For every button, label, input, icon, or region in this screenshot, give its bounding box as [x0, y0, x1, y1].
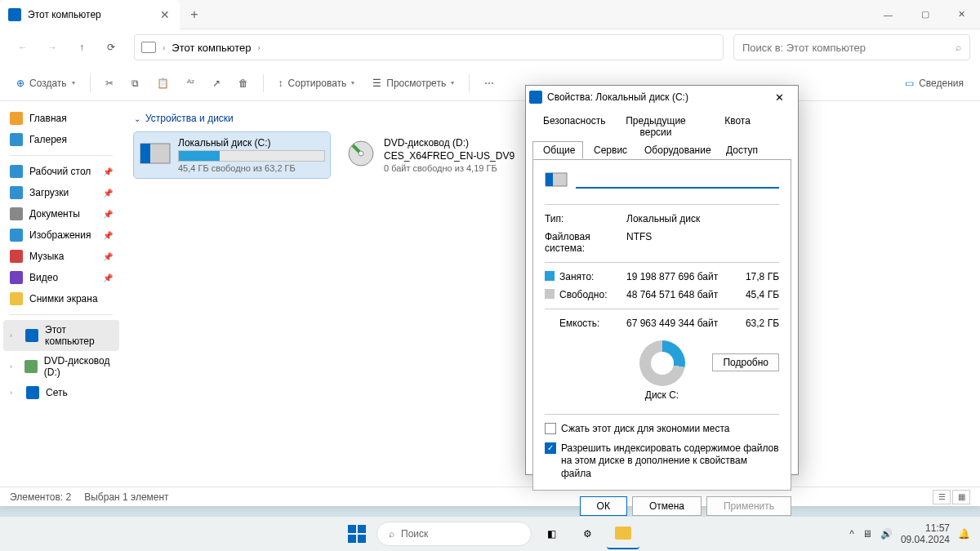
label-capacity: Емкость:	[559, 318, 626, 329]
dialog-title: Свойства: Локальный диск (C:)	[547, 91, 688, 103]
refresh-button[interactable]: ⟳	[98, 34, 124, 60]
close-tab-icon[interactable]: ✕	[158, 8, 172, 21]
value-free-bytes: 48 764 571 648 байт	[626, 289, 742, 300]
drive-c[interactable]: Локальный диск (C:) 45,4 ГБ свободно из …	[134, 132, 330, 178]
network-icon[interactable]: 🖥	[862, 528, 872, 540]
value-used-bytes: 19 198 877 696 байт	[626, 271, 742, 282]
navigation-pane: Главная Галерея Рабочий стол📌 Загрузки📌 …	[0, 101, 122, 487]
pin-icon: 📌	[103, 210, 113, 219]
tab-hardware[interactable]: Оборудование	[634, 141, 715, 159]
apply-button[interactable]: Применить	[706, 496, 791, 516]
titlebar: Этот компьютер ✕ + — ▢ ✕	[0, 0, 980, 29]
tab-general[interactable]: Общие	[532, 141, 583, 159]
svg-rect-9	[358, 535, 366, 543]
donut-label: Диск C:	[645, 389, 679, 401]
chevron-down-icon: ⌄	[134, 114, 140, 123]
minimize-button[interactable]: —	[870, 0, 906, 29]
maximize-button[interactable]: ▢	[906, 0, 943, 29]
ok-button[interactable]: ОК	[580, 496, 627, 516]
copy-button[interactable]: ⧉	[125, 70, 145, 96]
free-color-swatch	[545, 289, 555, 299]
settings-app-icon[interactable]: ⚙	[571, 518, 604, 549]
view-button[interactable]: ☰ Просмотреть ▾	[366, 70, 461, 96]
explorer-app-icon[interactable]	[607, 518, 639, 549]
sidebar-item-home[interactable]: Главная	[3, 108, 119, 129]
forward-button[interactable]: →	[39, 34, 65, 60]
disk-icon	[545, 168, 568, 191]
paste-button[interactable]: 📋	[150, 70, 176, 96]
pin-icon: 📌	[103, 189, 113, 198]
chevron-right-icon: ›	[10, 389, 20, 397]
toolbar: ⊕Создать▾ ✂ ⧉ 📋 ᴬᶻ ↗ 🗑 ↕ Сортировать ▾ ☰…	[0, 65, 980, 101]
search-input[interactable]	[742, 42, 956, 54]
sidebar-item-videos[interactable]: Видео📌	[3, 267, 119, 288]
svg-rect-6	[348, 525, 356, 533]
close-button[interactable]: ✕	[943, 0, 980, 29]
sidebar-item-pictures[interactable]: Изображения📌	[3, 224, 119, 246]
tab-access[interactable]: Доступ	[715, 141, 766, 159]
clock[interactable]: 11:5709.04.2024	[901, 522, 950, 546]
system-tray: ^ 🖥 🔊 11:5709.04.2024 🔔	[840, 522, 980, 546]
value-used-gb: 17,8 ГБ	[742, 271, 779, 282]
back-button[interactable]: ←	[10, 34, 36, 60]
disk-icon	[529, 91, 542, 104]
label-fs: Файловая система:	[545, 231, 626, 254]
more-button[interactable]: ⋯	[478, 70, 501, 96]
chevron-right-icon: ›	[10, 362, 18, 371]
pin-icon: 📌	[103, 167, 113, 176]
sidebar-item-screenshots[interactable]: Снимки экрана	[3, 288, 119, 309]
tab-security[interactable]: Безопасность	[532, 112, 603, 141]
cancel-button[interactable]: Отмена	[632, 496, 702, 516]
task-view-button[interactable]: ◧	[535, 518, 568, 549]
drive-d[interactable]: DVD-дисковод (D:) CES_X64FREO_EN-US_DV9 …	[340, 132, 536, 178]
share-button[interactable]: ↗	[206, 70, 227, 96]
chevron-up-icon[interactable]: ^	[849, 528, 854, 540]
chevron-right-icon: ›	[163, 43, 165, 52]
sidebar-item-network[interactable]: ›Сеть	[3, 382, 119, 403]
tab-active[interactable]: Этот компьютер ✕	[0, 0, 180, 29]
up-button[interactable]: ↑	[69, 34, 95, 60]
notifications-icon[interactable]: 🔔	[958, 528, 970, 540]
sidebar-item-this-pc[interactable]: ›Этот компьютер	[3, 320, 119, 351]
dialog-close-button[interactable]: ✕	[764, 86, 795, 109]
tab-previous[interactable]: Предыдущие версии	[603, 112, 709, 141]
index-checkbox-row[interactable]: ✓Разрешить индексировать содержимое файл…	[545, 441, 779, 482]
sidebar-item-documents[interactable]: Документы📌	[3, 203, 119, 224]
checkbox-icon[interactable]	[545, 423, 556, 434]
dialog-titlebar[interactable]: Свойства: Локальный диск (C:) ✕	[526, 86, 798, 109]
tab-service[interactable]: Сервис	[583, 141, 634, 159]
cut-button[interactable]: ✂	[99, 70, 120, 96]
dialog-tabs: Безопасность Предыдущие версии Квота Общ…	[526, 109, 798, 159]
value-free-gb: 45,4 ГБ	[742, 289, 779, 300]
sidebar-item-dvd[interactable]: ›DVD-дисковод (D:)	[3, 351, 119, 382]
disk-name-input[interactable]	[576, 171, 779, 189]
sidebar-item-downloads[interactable]: Загрузки📌	[3, 182, 119, 203]
sort-button[interactable]: ↕ Сортировать ▾	[272, 70, 362, 96]
checkbox-checked-icon[interactable]: ✓	[545, 442, 556, 454]
volume-icon[interactable]: 🔊	[880, 528, 893, 540]
value-fs: NTFS	[626, 231, 779, 254]
details-pane-button[interactable]: ▭ Сведения	[898, 70, 970, 96]
view-icons-button[interactable]: ▦	[952, 490, 970, 504]
file-explorer-window: Этот компьютер ✕ + — ▢ ✕ ← → ↑ ⟳ › Этот …	[0, 0, 980, 506]
dvd-icon	[345, 137, 377, 170]
new-button[interactable]: ⊕Создать▾	[10, 70, 82, 96]
address-bar[interactable]: › Этот компьютер ›	[134, 34, 724, 60]
new-tab-button[interactable]: +	[180, 7, 209, 22]
taskbar-search[interactable]: ⌕Поиск	[376, 522, 532, 546]
drive-free-text: 45,4 ГБ свободно из 63,2 ГБ	[178, 163, 325, 173]
search-box[interactable]: ⌕	[733, 34, 970, 60]
sidebar-item-desktop[interactable]: Рабочий стол📌	[3, 161, 119, 182]
drive-free-text: 0 байт свободно из 4,19 ГБ	[384, 163, 531, 173]
pin-icon: 📌	[103, 231, 113, 240]
start-button[interactable]	[341, 518, 373, 549]
details-button[interactable]: Подробно	[712, 353, 779, 371]
sidebar-item-gallery[interactable]: Галерея	[3, 129, 119, 150]
label-type: Тип:	[545, 213, 626, 224]
tab-quota[interactable]: Квота	[709, 112, 766, 141]
view-details-button[interactable]: ☰	[933, 490, 951, 504]
compress-checkbox-row[interactable]: Сжать этот диск для экономии места	[545, 421, 779, 438]
sidebar-item-music[interactable]: Музыка📌	[3, 246, 119, 267]
delete-button[interactable]: 🗑	[232, 70, 255, 96]
rename-button[interactable]: ᴬᶻ	[180, 70, 201, 96]
